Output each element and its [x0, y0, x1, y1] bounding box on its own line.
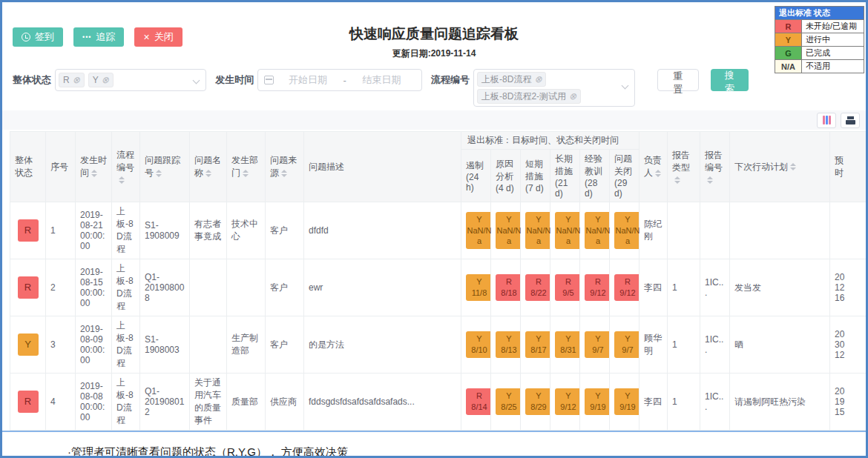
col-header[interactable]: 问题来源	[266, 132, 304, 202]
chip-status-code: Y	[506, 215, 511, 224]
cell-criteria: YNaN/Na	[521, 202, 550, 259]
criteria-status-chip: Y8/10	[466, 331, 493, 358]
sort-icon	[243, 170, 249, 177]
search-button[interactable]: 搜索	[711, 69, 749, 91]
legend-status-code: R	[775, 20, 802, 33]
col-header[interactable]: 报告类型	[668, 132, 700, 202]
cell-criteria: Y8/25	[491, 374, 521, 431]
tag-close-icon[interactable]	[534, 75, 542, 84]
action-buttons: 签到 ••• 追踪 × 关闭	[13, 27, 183, 47]
reset-button[interactable]: 重置	[657, 69, 698, 91]
table-head: 整体状态序号发生时间流程编号问题跟踪号问题名称发生部门问题来源问题描述退出标准：…	[10, 132, 868, 202]
sort-desc-icon	[281, 174, 287, 177]
chip-target-date: 9/12	[560, 402, 576, 411]
start-date-placeholder[interactable]: 开始日期	[274, 73, 341, 87]
cell-overall-status: R	[10, 374, 46, 431]
col-header-label: 问题跟踪号	[145, 155, 180, 178]
tag-close-icon[interactable]	[102, 76, 109, 84]
col-header-label: 短期措施(7 d)	[525, 159, 544, 193]
chip-target-date: 9/19	[590, 402, 605, 411]
cell-owner: 李四	[640, 259, 668, 316]
clock-icon	[22, 33, 30, 42]
cell-owner: 顾华明	[640, 316, 668, 374]
cell-seq: 3	[46, 316, 76, 374]
sort-asc-icon	[281, 170, 287, 173]
col-header[interactable]: 发生部门	[227, 132, 266, 202]
col-header[interactable]: 问题名称	[190, 132, 227, 202]
status-badge: R	[18, 391, 39, 413]
cell-criteria: YNaN/Na	[580, 202, 610, 259]
chip-target-date: 8/18	[501, 288, 516, 297]
sort-desc-icon	[674, 181, 680, 184]
calendar-icon	[264, 76, 274, 84]
print-button[interactable]	[841, 113, 860, 128]
close-button[interactable]: × 关闭	[134, 27, 182, 47]
chip-status-code: Y	[536, 334, 541, 343]
legend-status-label: 未开始/已逾期	[802, 20, 864, 33]
sort-icon	[119, 176, 125, 184]
col-header[interactable]: 流程编号	[112, 132, 140, 202]
date-range-picker[interactable]: 开始日期 - 结束日期	[257, 69, 422, 91]
column-settings-button[interactable]	[817, 113, 836, 128]
track-button[interactable]: ••• 追踪	[73, 27, 124, 47]
chip-target-date: 8/22	[530, 288, 546, 297]
cell-overall-status: R	[10, 202, 46, 259]
status-select[interactable]: RY	[55, 69, 206, 91]
cell-track-no: S1-1908003	[140, 316, 190, 374]
legend-body: R未开始/已逾期Y进行中G已完成N/A不适用	[775, 20, 864, 73]
filter-tag: 上板-8D流程	[477, 72, 546, 87]
cell-criteria: Y8/29	[521, 374, 550, 431]
cell-next-plan: 晒	[730, 316, 830, 374]
cell-dept: 生产制造部	[227, 316, 266, 374]
table-row: R22019-08-15 00:00:00上板-8D流程Q1-201908008…	[10, 259, 868, 316]
sort-desc-icon	[790, 167, 796, 170]
process-tags: 上板-8D流程上板-8D流程2-测试用	[477, 72, 581, 104]
col-header: 长期措施(21 d)	[550, 150, 580, 202]
date-separator: -	[342, 75, 348, 86]
cell-owner: 李四	[640, 374, 668, 431]
chip-status-code: Y	[595, 391, 600, 400]
col-header[interactable]: 报告编号	[700, 132, 730, 202]
cell-expect: 20 19 15	[830, 374, 868, 431]
criteria-status-chip: YNaN/Na	[496, 212, 522, 250]
cell-source: 客户	[266, 259, 304, 316]
legend-row: N/A不适用	[775, 60, 864, 73]
cell-criteria: YNaN/Na	[610, 202, 640, 259]
end-date-placeholder[interactable]: 结束日期	[348, 73, 415, 87]
chip-target-date: 8/25	[501, 402, 516, 411]
chip-status-code: Y	[625, 215, 630, 224]
col-header[interactable]: 负责人	[640, 132, 668, 202]
sign-in-button[interactable]: 签到	[13, 27, 63, 47]
col-header: 经验教训(28 d)	[580, 150, 610, 202]
sign-in-label: 签到	[35, 30, 54, 44]
sort-desc-icon	[91, 174, 97, 177]
cell-overall-status: R	[10, 259, 46, 316]
criteria-status-chip: Y11/8	[466, 274, 493, 301]
chip-status-code: R	[565, 277, 571, 286]
criteria-status-chip: R8/18	[496, 274, 522, 301]
legend-status-label: 不适用	[802, 60, 864, 73]
process-select[interactable]: 上板-8D流程上板-8D流程2-测试用	[473, 69, 635, 107]
sort-icon	[281, 170, 287, 177]
col-header-label: 问题描述	[309, 162, 344, 172]
cell-criteria: R9/12	[610, 259, 640, 316]
cell-owner: 陈纪刚	[640, 202, 668, 259]
cell-occur-time: 2019-08-09 00:00:00	[76, 316, 112, 374]
col-header[interactable]: 发生时间	[76, 132, 112, 202]
sort-asc-icon	[91, 170, 97, 173]
col-header[interactable]: 下次行动计划	[730, 132, 830, 202]
criteria-status-chip: YNaN/Na	[614, 212, 641, 250]
close-icon: ×	[143, 31, 149, 43]
col-header-label: 报告类型	[672, 150, 690, 173]
cell-criteria: YNaN/Na	[550, 202, 580, 259]
tag-close-icon[interactable]	[73, 76, 80, 84]
col-header[interactable]: 问题跟踪号	[140, 132, 190, 202]
table-body: R12019-08-21 00:00:00上板-8D流程S1-1908009有志…	[10, 202, 868, 431]
dots-icon: •••	[82, 33, 91, 41]
cell-issue-name	[190, 259, 227, 316]
filter-bar: 整体状态 RY 发生时间 开始日期 - 结束日期 流程编号 上板-8D流程上板-…	[2, 69, 866, 106]
issues-table: 整体状态序号发生时间流程编号问题跟踪号问题名称发生部门问题来源问题描述退出标准：…	[10, 131, 868, 431]
tag-close-icon[interactable]	[569, 92, 576, 101]
note-item: ·管理者可清晰查看问题的状态（R,Y,G）， 方便高效决策	[68, 441, 851, 458]
cell-next-plan: 请遏制阿旺热污染	[730, 374, 830, 431]
